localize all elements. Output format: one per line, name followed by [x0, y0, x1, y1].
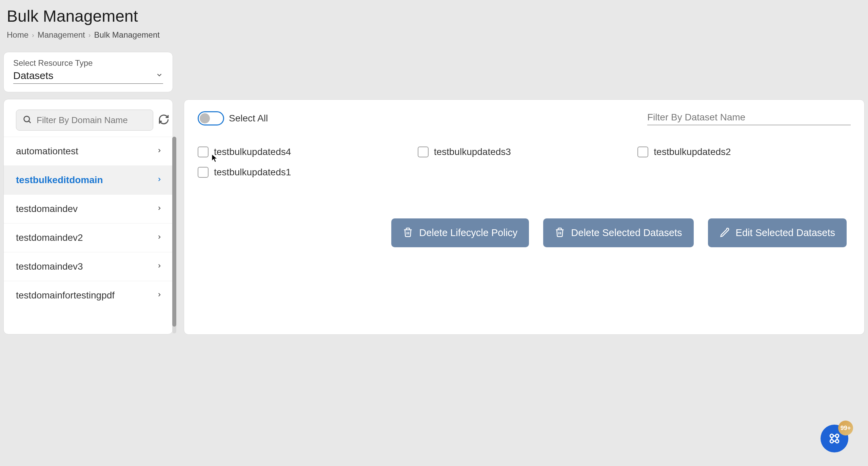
- page-title: Bulk Management: [7, 7, 861, 25]
- chevron-right-icon: [156, 176, 162, 184]
- button-label: Delete Lifecycle Policy: [419, 227, 517, 238]
- svg-point-2: [830, 434, 833, 438]
- button-label: Edit Selected Datasets: [736, 227, 835, 238]
- sidebar-item-domain[interactable]: automationtest: [4, 137, 173, 166]
- chevron-right-icon: ›: [88, 31, 91, 39]
- chevron-down-icon: [156, 71, 163, 80]
- resource-type-select[interactable]: Datasets: [13, 70, 163, 84]
- svg-point-5: [835, 440, 839, 443]
- delete-selected-datasets-button[interactable]: Delete Selected Datasets: [543, 218, 693, 247]
- dataset-filter-input[interactable]: [647, 112, 851, 125]
- scrollbar-thumb[interactable]: [172, 137, 176, 327]
- dataset-label: testbulkupdateds2: [654, 147, 731, 157]
- domain-item-label: testdomaindev3: [16, 261, 83, 272]
- domain-list-card: automationtest testbulkeditdomain testdo…: [3, 99, 173, 334]
- sidebar-item-domain[interactable]: testdomaindev2: [4, 223, 173, 252]
- refresh-icon[interactable]: [158, 114, 170, 127]
- domain-list: automationtest testbulkeditdomain testdo…: [4, 137, 173, 310]
- dataset-checkbox[interactable]: [198, 167, 209, 178]
- svg-point-4: [830, 440, 833, 443]
- breadcrumb: Home › Management › Bulk Management: [7, 30, 861, 40]
- sidebar-item-domain[interactable]: testdomainfortestingpdf: [4, 281, 173, 310]
- domain-item-label: testdomaindev2: [16, 232, 83, 243]
- dataset-checkbox[interactable]: [637, 147, 648, 157]
- dataset-checkbox[interactable]: [198, 147, 209, 157]
- breadcrumb-management[interactable]: Management: [38, 30, 85, 40]
- select-all-toggle[interactable]: [198, 111, 224, 125]
- dataset-item: testbulkupdateds2: [637, 147, 851, 157]
- dataset-checkbox[interactable]: [418, 147, 429, 157]
- dataset-item: testbulkupdateds4: [198, 147, 411, 157]
- sidebar-item-domain[interactable]: testbulkeditdomain: [4, 166, 173, 194]
- resource-type-label: Select Resource Type: [13, 58, 163, 68]
- main-panel: Select All testbulkupdateds4 testbulkupd…: [184, 99, 865, 335]
- resource-type-value: Datasets: [13, 70, 53, 81]
- chevron-right-icon: [156, 292, 162, 299]
- svg-point-3: [835, 434, 839, 438]
- help-fab-button[interactable]: 99+: [821, 425, 848, 452]
- dataset-label: testbulkupdateds1: [214, 167, 291, 178]
- toggle-knob: [200, 113, 210, 123]
- dataset-item: testbulkupdateds3: [418, 147, 631, 157]
- domain-item-label: automationtest: [16, 146, 78, 157]
- pencil-icon: [719, 227, 730, 238]
- domain-filter-input[interactable]: [37, 115, 147, 125]
- delete-lifecycle-policy-button[interactable]: Delete Lifecycle Policy: [391, 218, 529, 247]
- trash-icon: [555, 227, 565, 238]
- chevron-right-icon: ›: [32, 31, 34, 39]
- button-label: Delete Selected Datasets: [571, 227, 682, 238]
- domain-item-label: testdomainfortestingpdf: [16, 290, 115, 301]
- dataset-item: testbulkupdateds1: [198, 167, 411, 178]
- domain-filter-wrap[interactable]: [16, 110, 153, 131]
- chevron-right-icon: [156, 263, 162, 270]
- sidebar-item-domain[interactable]: testdomaindev3: [4, 252, 173, 281]
- dataset-label: testbulkupdateds3: [434, 147, 511, 157]
- chevron-right-icon: [156, 205, 162, 213]
- chevron-right-icon: [156, 234, 162, 241]
- scrollbar-track[interactable]: [172, 137, 176, 333]
- notification-badge: 99+: [838, 421, 853, 435]
- trash-icon: [403, 227, 413, 238]
- domain-item-label: testbulkeditdomain: [16, 175, 103, 186]
- svg-point-0: [24, 116, 29, 122]
- breadcrumb-current: Bulk Management: [94, 30, 159, 40]
- select-all-label: Select All: [229, 113, 268, 124]
- chevron-right-icon: [156, 148, 162, 155]
- dataset-grid: testbulkupdateds4 testbulkupdateds3 test…: [198, 147, 851, 178]
- edit-selected-datasets-button[interactable]: Edit Selected Datasets: [708, 218, 847, 247]
- search-icon: [22, 115, 32, 125]
- breadcrumb-home[interactable]: Home: [7, 30, 28, 40]
- resource-type-card: Select Resource Type Datasets: [3, 52, 173, 92]
- sidebar-item-domain[interactable]: testdomaindev: [4, 194, 173, 223]
- dataset-label: testbulkupdateds4: [214, 147, 291, 157]
- svg-line-1: [29, 121, 31, 123]
- domain-item-label: testdomaindev: [16, 203, 78, 214]
